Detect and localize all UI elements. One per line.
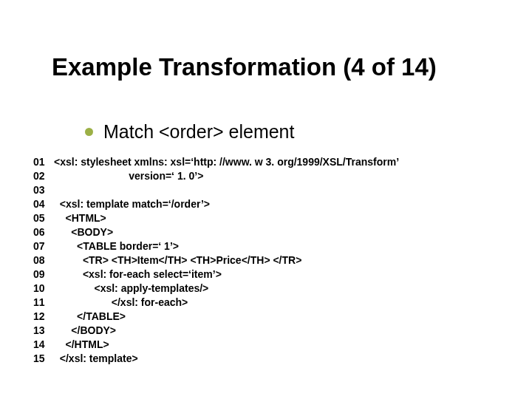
code-text: version=‘ 1. 0’>	[54, 169, 203, 183]
code-line: 12 </TABLE>	[33, 310, 399, 324]
code-line: 05 <HTML>	[33, 211, 399, 225]
code-text: </TABLE>	[54, 310, 126, 324]
line-number: 05	[33, 211, 54, 225]
code-line: 10 <xsl: apply-templates/>	[33, 282, 399, 296]
line-number: 14	[33, 338, 54, 352]
code-text: <HTML>	[54, 211, 106, 225]
code-text: </BODY>	[54, 324, 116, 338]
code-text: <xsl: template match=‘/order’>	[54, 197, 210, 211]
code-block: 01<xsl: stylesheet xmlns: xsl=‘http: //w…	[33, 155, 399, 366]
line-number: 01	[33, 155, 54, 169]
line-number: 10	[33, 282, 54, 296]
code-text: <BODY>	[54, 225, 113, 239]
code-line: 04 <xsl: template match=‘/order’>	[33, 197, 399, 211]
bullet-item: Match <order> element	[85, 121, 294, 143]
line-number: 15	[33, 352, 54, 366]
line-number: 02	[33, 169, 54, 183]
code-line: 07 <TABLE border=‘ 1’>	[33, 239, 399, 253]
bullet-icon	[85, 128, 93, 136]
line-number: 07	[33, 239, 54, 253]
code-line: 09 <xsl: for-each select=‘item’>	[33, 267, 399, 282]
line-number: 11	[33, 296, 54, 310]
code-line: 13 </BODY>	[33, 324, 399, 338]
code-line: 02 version=‘ 1. 0’>	[33, 169, 399, 183]
code-line: 08 <TR> <TH>Item</TH> <TH>Price</TH> </T…	[33, 253, 399, 267]
code-line: 06 <BODY>	[33, 225, 399, 239]
code-text: <TR> <TH>Item</TH> <TH>Price</TH> </TR>	[54, 253, 301, 267]
code-line: 03	[33, 183, 399, 197]
bullet-text: Match <order> element	[103, 121, 294, 143]
slide: Example Transformation (4 of 14) Match <…	[0, 0, 532, 399]
code-line: 15 </xsl: template>	[33, 352, 399, 366]
code-line: 01<xsl: stylesheet xmlns: xsl=‘http: //w…	[33, 155, 399, 169]
line-number: 13	[33, 324, 54, 338]
code-text: </xsl: for-each>	[54, 296, 188, 310]
code-text: <xsl: apply-templates/>	[54, 282, 208, 296]
line-number: 03	[33, 183, 54, 197]
slide-title: Example Transformation (4 of 14)	[52, 53, 502, 81]
line-number: 06	[33, 225, 54, 239]
line-number: 09	[33, 267, 54, 282]
code-text: </xsl: template>	[54, 352, 138, 366]
code-text: <TABLE border=‘ 1’>	[54, 239, 179, 253]
code-text: <xsl: stylesheet xmlns: xsl=‘http: //www…	[54, 155, 399, 169]
line-number: 08	[33, 253, 54, 267]
code-line: 14 </HTML>	[33, 338, 399, 352]
line-number: 12	[33, 310, 54, 324]
code-line: 11 </xsl: for-each>	[33, 296, 399, 310]
code-text: </HTML>	[54, 338, 109, 352]
code-text: <xsl: for-each select=‘item’>	[54, 267, 222, 282]
line-number: 04	[33, 197, 54, 211]
